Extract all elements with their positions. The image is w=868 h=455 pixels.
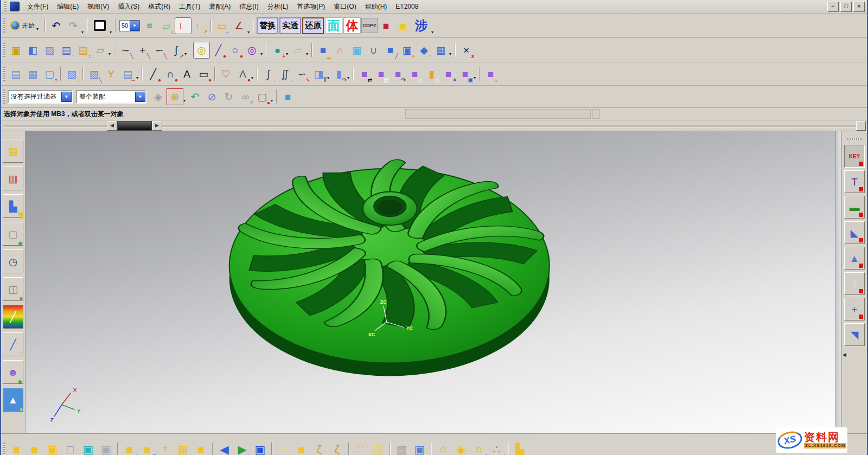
trim-body-icon[interactable]: ■╱	[382, 42, 399, 59]
wrap-curve-icon-dropdown[interactable]: ▾	[347, 75, 349, 80]
scrollbar-thumb[interactable]	[117, 121, 152, 131]
bracket-part-icon[interactable]: ◣	[844, 221, 865, 244]
scroll-right-button[interactable]: ▶	[152, 121, 162, 131]
show-component-icon[interactable]: ▣	[43, 440, 61, 455]
sketch-icon[interactable]: ▣	[8, 42, 24, 59]
boolean-shapes-icon[interactable]: ●+	[269, 42, 286, 59]
hide-component-icon[interactable]: □	[61, 440, 79, 455]
assembly-info-icon[interactable]: ○i	[470, 440, 488, 455]
toolbar-handle[interactable]	[3, 67, 5, 81]
combined-projection-icon[interactable]: ∬↓	[277, 66, 293, 82]
menu-window[interactable]: 窗口(O)	[329, 1, 360, 12]
selection-filter-dropdown[interactable]: 没有选择过滤器 ▼	[8, 90, 73, 104]
move-component-icon[interactable]: ■⇗	[192, 440, 210, 455]
pattern-component-icon[interactable]: ▦+	[174, 440, 192, 455]
product-interface-icon[interactable]: ◈	[452, 440, 470, 455]
wcs-display-button[interactable]: ∟	[175, 17, 192, 34]
red-cube-button[interactable]: ■	[378, 17, 394, 34]
part-navigator-icon[interactable]: ▙▜	[3, 194, 23, 218]
text-icon[interactable]: A	[178, 66, 195, 82]
divide-curve-icon[interactable]: +╲	[134, 42, 151, 59]
measure-dropdown-icon[interactable]: ▾	[247, 30, 250, 35]
mate-constraint-icon[interactable]: ζ+	[328, 440, 346, 455]
deform-sheet-icon[interactable]: ▨	[41, 42, 58, 59]
rectangle-icon[interactable]: ▭●	[195, 66, 212, 82]
section-curve-icon[interactable]: ◨T	[310, 66, 327, 82]
move-to-layer-button[interactable]: ▱ ↓	[158, 17, 175, 34]
horizontal-scrollbar[interactable]: ◀ ▶	[1, 120, 867, 131]
intersection-curve-icon[interactable]: ∽↘	[293, 66, 310, 82]
menu-tools[interactable]: 工具(T)	[175, 1, 205, 12]
open-component-icon[interactable]: ■▱	[25, 440, 43, 455]
menu-edit[interactable]: 编辑(E)	[53, 1, 83, 12]
ruled-surface-icon[interactable]: ▤	[8, 66, 24, 82]
layer-settings-button[interactable]: ≡	[141, 17, 158, 34]
vertical-scrollbar[interactable]	[835, 131, 841, 433]
snap-point-icon[interactable]: ⊕	[167, 88, 183, 105]
rectangle-select-icon-dropdown[interactable]: ▾	[271, 98, 273, 103]
key-part-icon[interactable]: KEY	[844, 145, 865, 168]
image-gallery-icon[interactable]: ▲●	[3, 388, 23, 412]
datum-plane-icon[interactable]: ▱	[92, 42, 108, 59]
offset-region-icon[interactable]: ■↷	[390, 66, 406, 82]
wrap-curve-icon[interactable]: ▮↷	[330, 66, 347, 82]
menu-file[interactable]: 文件(F)	[23, 1, 53, 12]
object-color-button[interactable]	[90, 17, 110, 34]
circle-radius-icon[interactable]: ◎	[244, 42, 260, 59]
assembly-constraints-icon[interactable]: ▶⊥	[233, 440, 251, 455]
scroll-left-button[interactable]: ◀	[107, 121, 117, 131]
toolbar-handle[interactable]	[3, 18, 5, 33]
mirror-assembly-icon[interactable]: ◀▶	[215, 440, 233, 455]
relations-browser-icon[interactable]: ∴i	[488, 440, 506, 455]
spline-icon[interactable]: Λ●	[234, 66, 251, 82]
delete-face-icon[interactable]: ■×	[440, 66, 457, 82]
restore-button[interactable]: □	[840, 2, 852, 12]
add-component-icon[interactable]: ■+	[120, 440, 138, 455]
bridge-curve-icon-dropdown[interactable]: ▾	[184, 52, 187, 56]
menu-view[interactable]: 视图(V)	[83, 1, 113, 12]
scrollbar-corner[interactable]	[856, 121, 866, 131]
bushing-part-icon[interactable]: ▮	[844, 272, 865, 295]
bounded-plane-icon-dropdown[interactable]: ▾	[136, 75, 138, 80]
curve-corner-icon[interactable]: ∽╲	[151, 42, 168, 59]
palette-collapse-arrow[interactable]: ◀	[843, 352, 846, 357]
cross-fitting-part-icon[interactable]: +	[844, 298, 865, 321]
datum-plane-icon-dropdown[interactable]: ▾	[108, 52, 111, 56]
minimize-button[interactable]: −	[827, 2, 839, 12]
shaded-cube-icon[interactable]: ■	[279, 88, 296, 105]
swept-surface-icon[interactable]: ▧↓	[63, 66, 80, 82]
resize-face-icon[interactable]: ■↔	[482, 66, 499, 82]
offset-sheet-icon[interactable]: ▤↕	[75, 42, 92, 59]
section-curve-icon-dropdown[interactable]: ▾	[327, 75, 329, 80]
snapshot-icon[interactable]: ▣▪	[79, 440, 97, 455]
menu-help[interactable]: 帮助(H)	[361, 1, 392, 12]
work-layer-spinner[interactable]: 50 ▼	[119, 20, 140, 31]
web-browser-icon[interactable]: ▢◉	[3, 222, 23, 246]
line-icon[interactable]: ╱●	[210, 42, 227, 59]
menu-assemblies[interactable]: 装配(A)	[205, 1, 235, 12]
effects-wand-icon[interactable]: ╱*	[3, 332, 23, 356]
rotate-point-icon[interactable]: ↻	[220, 88, 237, 105]
arc-icon[interactable]: ∩●	[162, 66, 178, 82]
filter-dropdown-icon[interactable]: ▼	[61, 92, 72, 102]
resize-blend-icon[interactable]: ▮△	[423, 66, 440, 82]
wcs-dynamics-button[interactable]: ∟ ↗	[192, 17, 208, 34]
close-button[interactable]: ×	[853, 2, 865, 12]
pull-face-icon[interactable]: ■▤	[373, 66, 390, 82]
plate-part-icon[interactable]: ▲○	[844, 247, 865, 270]
face-button[interactable]: 面	[325, 17, 342, 34]
new-component-icon[interactable]: ■*	[138, 440, 156, 455]
copy-button[interactable]: COPY	[361, 18, 378, 33]
snap-point-icon-dropdown[interactable]: ▾	[183, 98, 186, 103]
check-clearance-icon[interactable]: ▙✓	[511, 440, 529, 455]
split-body-icon[interactable]: ◧	[24, 42, 41, 59]
see-through-button[interactable]: 实透	[279, 17, 301, 34]
remember-constraints-icon[interactable]: ▣▴	[251, 440, 269, 455]
component-set-icon[interactable]: ∷	[352, 440, 369, 455]
replace-component-icon[interactable]: ■↓	[292, 440, 310, 455]
she-button[interactable]: 涉	[411, 17, 431, 34]
menu-insert[interactable]: 插入(S)	[113, 1, 144, 12]
n-sided-surface-icon[interactable]: ▢○	[41, 66, 58, 82]
menu-preferences[interactable]: 首选项(P)	[292, 1, 329, 12]
trim-curve-icon[interactable]: ∼╲	[117, 42, 134, 59]
